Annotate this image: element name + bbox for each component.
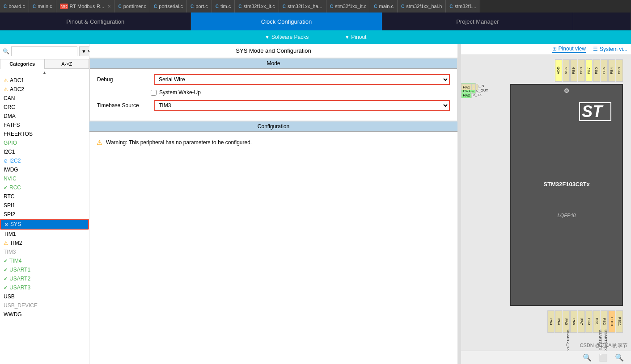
sidebar-item-adc1[interactable]: ⚠ ADC1 <box>0 76 89 85</box>
sidebar-item-fatfs[interactable]: FATFS <box>0 121 89 130</box>
debug-label: Debug <box>97 76 151 83</box>
check-icon: ✔ <box>4 267 8 273</box>
pin-pb8[interactable]: PB8 <box>578 59 585 82</box>
pin-vss[interactable]: VSS <box>563 59 570 82</box>
tab-main-c-1[interactable]: C main.c <box>29 0 56 13</box>
warning-icon: ⚠ <box>4 87 8 92</box>
sidebar-item-spi1[interactable]: SPI1 <box>0 201 89 210</box>
tab-hal-h[interactable]: C stm32f1xx_hal.h <box>398 0 446 13</box>
sidebar-item-can[interactable]: CAN <box>0 94 89 103</box>
search-input[interactable] <box>11 46 77 56</box>
sidebar-item-sys[interactable]: ⊘ SYS <box>0 219 89 230</box>
tab-stm32-it[interactable]: C stm32f1xx_it.c <box>235 0 279 13</box>
tab-stm32-it2[interactable]: C stm32f1xx_it.c <box>326 0 371 13</box>
system-wakeup-checkbox[interactable] <box>151 90 157 96</box>
chip-name: STM32F103C8Tx <box>543 180 589 187</box>
sidebar-item-tim1[interactable]: TIM1 <box>0 230 89 238</box>
tab-a-to-z[interactable]: A->Z <box>45 59 89 69</box>
right-panel-top-bar: ⊞ Pinout view ☰ System vi... <box>461 44 631 55</box>
nav-pinout[interactable]: ▼ Pinout <box>344 34 366 40</box>
pin-pa4[interactable]: PA4 <box>555 310 562 333</box>
circle-active-icon: ⊘ <box>4 222 8 227</box>
circle-icon: ⊘ <box>4 158 8 164</box>
top-pins-row: VDD VSS PB9 PB8 PB7 PB6 PB5 PB4 PB3 <box>555 59 623 82</box>
pin-pa1[interactable]: PA1 <box>461 84 472 90</box>
sidebar-item-usb[interactable]: USB <box>0 292 89 301</box>
system-view-button[interactable]: ☰ System vi... <box>593 46 627 52</box>
pin-pb5[interactable]: PB5 <box>601 59 608 82</box>
sidebar-item-wwdg[interactable]: WWDG <box>0 310 89 319</box>
tab-tim[interactable]: C tim.c <box>212 0 235 13</box>
tab-categories[interactable]: Categories <box>0 59 45 69</box>
nav-project[interactable]: Project Manager <box>382 13 573 30</box>
tab-icon: C <box>118 4 121 9</box>
tab-main-c-2[interactable]: C main.c <box>370 0 398 13</box>
sidebar-item-nvic[interactable]: NVIC <box>0 174 89 183</box>
timebase-select[interactable]: TIM3 SysTick TIM1 TIM2 TIM4 <box>154 100 450 111</box>
debug-row: Debug Serial Wire No Debug JTAG (5 pins)… <box>97 74 450 85</box>
zoom-in-button[interactable]: 🔍 <box>615 353 624 362</box>
nav-software-packs[interactable]: ▼ Software Packs <box>265 34 309 40</box>
sidebar-item-dma[interactable]: DMA <box>0 112 89 121</box>
chip-area: VDD VSS PB9 PB8 PB7 PB6 PB5 PB4 PB3 ST <box>461 55 631 351</box>
pin-pb9[interactable]: PB9 <box>570 59 577 82</box>
sidebar-item-i2c1[interactable]: I2C1 <box>0 147 89 156</box>
pin-pb10[interactable]: PB10 <box>608 310 615 333</box>
tab-board-c[interactable]: C board.c <box>0 0 29 13</box>
pin-vdd[interactable]: VDD <box>555 59 562 82</box>
tab-port[interactable]: C port.c <box>187 0 212 13</box>
sidebar-item-adc2[interactable]: ⚠ ADC2 <box>0 85 89 94</box>
pin-pb4[interactable]: PB4 <box>608 59 615 82</box>
sidebar-item-usart3[interactable]: ✔ USART3 <box>0 283 89 292</box>
tab-close-icon[interactable]: × <box>108 4 110 9</box>
pin-pa2[interactable]: PA2 <box>461 92 472 98</box>
sidebar-item-rtc[interactable]: RTC <box>0 192 89 201</box>
pin-pb11[interactable]: PB11 <box>616 310 623 333</box>
chip-package: LQFP48 <box>558 213 576 218</box>
panel-divider[interactable] <box>457 44 461 364</box>
bottom-zoom-bar: 🔍 ⬜ 🔍 <box>461 351 631 364</box>
sidebar-item-iwdg[interactable]: IWDG <box>0 165 89 174</box>
sidebar-item-freertos[interactable]: FREERTOS <box>0 130 89 138</box>
tab-portserial[interactable]: C portserial.c <box>150 0 187 13</box>
pin-pb6[interactable]: PB6 <box>593 59 600 82</box>
sidebar-collapse-arrow[interactable]: ▲ <box>0 69 89 76</box>
pin-pb3[interactable]: PB3 <box>616 59 623 82</box>
pin-pa3[interactable]: PA3 <box>547 310 555 333</box>
tab-stm32-ha[interactable]: C stm32f1xx_ha... <box>279 0 326 13</box>
check-icon: ✔ <box>4 185 8 191</box>
usart2-rx-bottom-label: USART2_RX <box>566 330 571 351</box>
sidebar-item-usb-device[interactable]: USB_DEVICE <box>0 301 89 310</box>
list-icon: ☰ <box>593 46 598 52</box>
tab-rt-modbus[interactable]: MR RT-Modbus-R... × <box>56 0 115 13</box>
system-wakeup-label: System Wake-Up <box>159 89 201 96</box>
pinout-view-button[interactable]: ⊞ Pinout view <box>552 46 586 53</box>
tab-stm32-last[interactable]: C stm32f1... <box>446 0 480 13</box>
mode-section-wrapper: Mode Debug Serial Wire No Debug JTAG (5 … <box>89 58 457 121</box>
warning-triangle-icon: ⚠ <box>97 139 102 146</box>
sidebar-item-tim2[interactable]: ⚠ TIM2 <box>0 238 89 247</box>
sidebar-item-crc[interactable]: CRC <box>0 103 89 112</box>
sidebar-item-spi2[interactable]: SPI2 <box>0 210 89 219</box>
sidebar-item-gpio[interactable]: GPIO <box>0 138 89 147</box>
tab-icon: C <box>4 4 7 9</box>
chip-circle-marker <box>564 88 569 93</box>
tab-porttimer[interactable]: C porttimer.c <box>114 0 150 13</box>
zoom-out-button[interactable]: 🔍 <box>583 353 592 362</box>
sidebar-item-usart1[interactable]: ✔ USART1 <box>0 265 89 274</box>
sidebar-item-usart2[interactable]: ✔ USART2 <box>0 274 89 283</box>
tab-icon-rt: MR <box>60 4 68 9</box>
debug-select[interactable]: Serial Wire No Debug JTAG (5 pins) JTAG … <box>154 74 450 85</box>
nav-clock[interactable]: Clock Configuration <box>191 13 382 30</box>
tab-icon: C <box>154 4 157 9</box>
nav-pinout[interactable]: Pinout & Configuration <box>0 13 191 30</box>
sidebar-item-i2c2[interactable]: ⊘ I2C2 <box>0 156 89 165</box>
tab-icon: C <box>33 4 36 9</box>
chip-body: ST STM32F103C8Tx LQFP48 <box>510 84 623 306</box>
sidebar-item-rcc[interactable]: ✔ RCC <box>0 183 89 192</box>
sidebar-item-tim4[interactable]: ✔ TIM4 <box>0 256 89 265</box>
tab-icon: C <box>191 4 194 9</box>
pin-pb7[interactable]: PB7 <box>585 59 593 82</box>
sidebar-item-tim3[interactable]: TIM3 <box>0 247 89 256</box>
fit-button[interactable]: ⬜ <box>599 353 608 362</box>
